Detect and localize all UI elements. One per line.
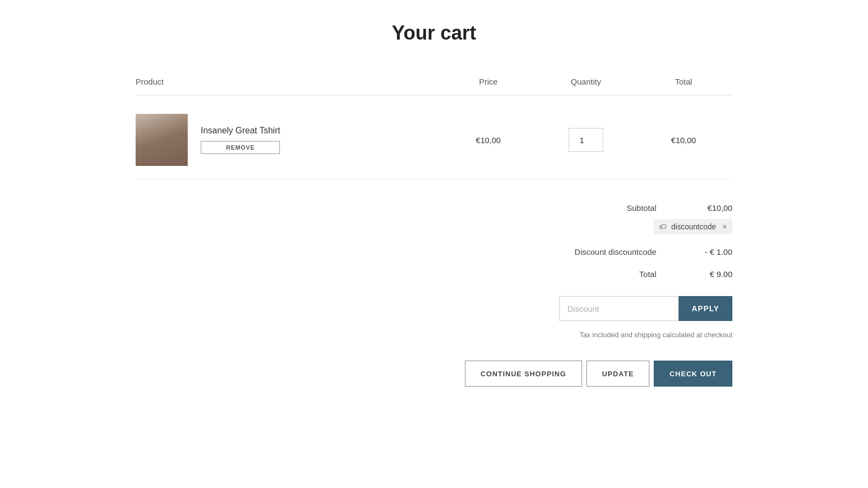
discount-label: Discount discountcode [575,247,656,256]
continue-shopping-button[interactable]: CONTINUE SHOPPING [465,361,582,387]
svg-rect-6 [163,151,173,166]
header-quantity: Quantity [537,77,635,86]
subtotal-label: Subtotal [627,203,656,213]
discount-remove-button[interactable]: × [723,222,727,231]
discount-tag-row: 🏷 discountcode × [136,219,732,239]
checkout-button[interactable]: CHECK OUT [654,361,732,387]
svg-rect-1 [136,114,188,166]
svg-rect-2 [146,130,177,166]
subtotal-row: Subtotal €10,00 [461,197,732,219]
action-buttons: CONTINUE SHOPPING UPDATE CHECK OUT [465,361,732,387]
total-value: € 9.00 [689,269,732,279]
cart-header: Product Price Quantity Total [136,77,732,95]
tag-icon: 🏷 [659,222,667,231]
product-info: Insanely Great Tshirt REMOVE [201,126,280,154]
header-product: Product [136,77,439,86]
price-cell: €10,00 [439,136,537,145]
svg-point-3 [155,118,169,133]
discount-input-row: APPLY [559,296,732,321]
quantity-input[interactable] [569,128,603,152]
product-image-svg [136,114,188,166]
svg-rect-0 [136,114,188,166]
discount-value: - € 1.00 [689,247,732,256]
header-total: Total [635,77,732,86]
discount-row: Discount discountcode - € 1.00 [461,241,732,263]
page-title: Your cart [136,22,732,44]
apply-button[interactable]: APPLY [679,296,732,321]
product-image [136,114,188,166]
table-row: Insanely Great Tshirt REMOVE €10,00 €10,… [136,101,732,179]
product-cell: Insanely Great Tshirt REMOVE [136,114,439,166]
total-cell: €10,00 [635,136,732,145]
remove-button[interactable]: REMOVE [201,141,280,154]
product-name: Insanely Great Tshirt [201,126,280,136]
total-row: Total € 9.00 [461,263,732,285]
cart-summary: Subtotal €10,00 🏷 discountcode × Discoun… [136,197,732,387]
discount-tag: 🏷 discountcode × [654,219,732,234]
svg-rect-4 [159,132,164,136]
discount-code-label: discountcode [671,222,716,231]
subtotal-value: €10,00 [689,203,732,213]
tax-note: Tax included and shipping calculated at … [579,331,732,339]
discount-input[interactable] [559,296,679,321]
cart-page: Your cart Product Price Quantity Total [125,0,743,419]
header-price: Price [439,77,537,86]
svg-rect-5 [151,151,161,166]
quantity-cell [537,128,635,152]
update-button[interactable]: UPDATE [586,361,650,387]
total-label: Total [639,269,656,279]
cart-table: Product Price Quantity Total [136,77,732,179]
